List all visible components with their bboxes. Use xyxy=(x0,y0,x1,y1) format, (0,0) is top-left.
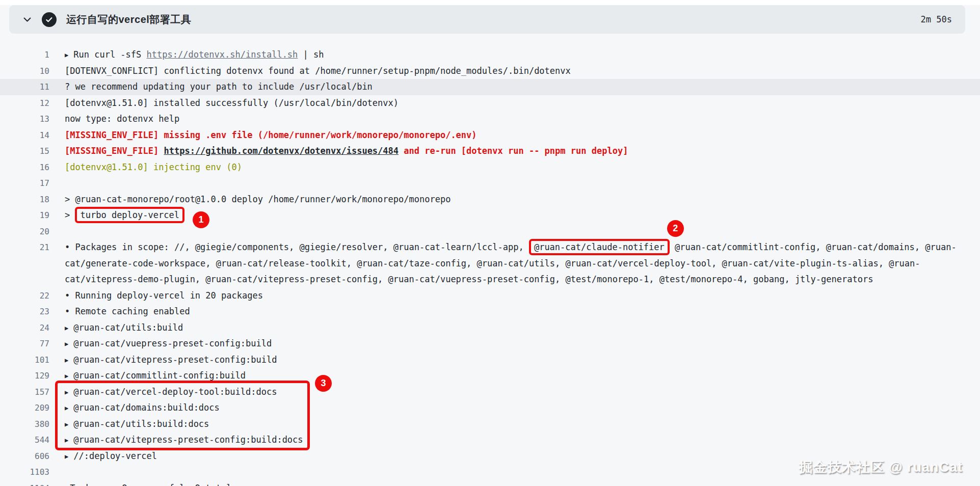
log-text: | sh xyxy=(298,49,324,60)
expand-arrow-icon: ▶ xyxy=(65,320,68,337)
log-area: 1▶Run curl -sfS https://dotenvx.sh/insta… xyxy=(0,47,980,486)
expand-arrow-icon: ▶ xyxy=(65,417,68,433)
log-line: cat/vitepress-demo-plugin, @ruan-cat/vit… xyxy=(65,272,873,288)
line-number[interactable]: 1 xyxy=(0,47,49,63)
log-text: [MISSING_ENV_FILE] missing .env file (/h… xyxy=(65,130,477,140)
line-number[interactable]: 209 xyxy=(0,400,49,416)
log-text: @ruan-cat/utils:build:docs xyxy=(73,419,209,429)
log-line: Tasks: 9 successful, 9 total xyxy=(65,480,232,486)
log-text: Run curl -sfS xyxy=(73,49,146,60)
log-row: 18> @ruan-cat-monorepo/root@1.0.0 deploy… xyxy=(0,192,980,208)
log-row: 16[dotenvx@1.51.0] injecting env (0) xyxy=(0,159,980,176)
line-number[interactable]: 101 xyxy=(0,352,49,368)
log-row: 129▶@ruan-cat/commitlint-config:build xyxy=(0,368,980,384)
log-row: 20 xyxy=(0,224,980,240)
log-row: 13now type: dotenvx help xyxy=(0,111,980,127)
line-number[interactable]: 11 xyxy=(0,79,49,95)
log-line: ▶@ruan-cat/vuepress-preset-config:build xyxy=(65,336,272,353)
log-text: @ruan-cat/commitlint-config, @ruan-cat/d… xyxy=(670,242,957,252)
page-top-strip xyxy=(0,0,980,5)
line-number[interactable]: 77 xyxy=(0,336,49,352)
line-number[interactable]: 10 xyxy=(0,63,49,79)
line-number[interactable]: 544 xyxy=(0,432,49,448)
expand-arrow-icon: ▶ xyxy=(65,400,68,417)
expand-arrow-icon: ▶ xyxy=(65,433,68,449)
log-row: 544▶@ruan-cat/vitepress-preset-config:bu… xyxy=(0,432,980,448)
line-number[interactable]: 20 xyxy=(0,224,49,240)
log-row: 10[DOTENVX_CONFLICT] conflicting dotenvx… xyxy=(0,63,980,79)
log-link[interactable]: https://dotenvx.sh/install.sh xyxy=(147,49,298,60)
log-line: [DOTENVX_CONFLICT] conflicting dotenvx f… xyxy=(65,63,571,79)
line-number[interactable]: 21 xyxy=(0,239,49,256)
line-number[interactable]: 13 xyxy=(0,111,49,127)
log-text: now type: dotenvx help xyxy=(65,114,179,124)
line-number[interactable]: 380 xyxy=(0,416,49,433)
log-row: 12[dotenvx@1.51.0] installed successfull… xyxy=(0,95,980,112)
line-number[interactable]: 17 xyxy=(0,175,49,192)
log-row: 23• Remote caching enabled xyxy=(0,304,980,320)
log-text: > xyxy=(65,210,75,220)
log-row: 1▶Run curl -sfS https://dotenvx.sh/insta… xyxy=(0,47,980,63)
log-line: ▶@ruan-cat/commitlint-config:build xyxy=(65,368,246,385)
log-line: • Packages in scope: //, @giegie/compone… xyxy=(65,239,957,256)
step-header[interactable]: 运行自写的vercel部署工具 2m 50s xyxy=(9,5,965,34)
log-text: cat/vitepress-demo-plugin, @ruan-cat/vit… xyxy=(65,274,873,284)
log-row: cat/generate-code-workspace, @ruan-cat/r… xyxy=(0,256,980,272)
expand-arrow-icon: ▶ xyxy=(65,353,68,369)
log-line: cat/generate-code-workspace, @ruan-cat/r… xyxy=(65,256,920,272)
line-number[interactable]: 1104 xyxy=(0,480,49,486)
log-row: 22• Running deploy-vercel in 20 packages xyxy=(0,288,980,304)
log-line: ? we recommend updating your path to inc… xyxy=(65,79,373,95)
step-duration: 2m 50s xyxy=(921,14,952,24)
log-row: 11? we recommend updating your path to i… xyxy=(0,79,980,95)
log-text: and re-run [dotenvx run -- pnpm run depl… xyxy=(399,146,628,156)
line-number[interactable]: 606 xyxy=(0,448,49,465)
log-link[interactable]: https://github.com/dotenvx/dotenvx/issue… xyxy=(164,146,399,156)
log-text: //:deploy-vercel xyxy=(73,451,157,461)
line-number[interactable]: 22 xyxy=(0,288,49,304)
line-number[interactable]: 1103 xyxy=(0,464,49,480)
log-text: [DOTENVX_CONFLICT] conflicting dotenvx f… xyxy=(65,66,571,76)
line-number[interactable]: 15 xyxy=(0,143,49,159)
log-line: ▶//:deploy-vercel xyxy=(65,448,157,466)
step-title: 运行自写的vercel部署工具 xyxy=(66,13,191,26)
log-text: • Running deploy-vercel in 20 packages xyxy=(65,290,263,301)
line-number[interactable]: 129 xyxy=(0,368,49,384)
log-row: cat/vitepress-demo-plugin, @ruan-cat/vit… xyxy=(0,272,980,288)
line-number[interactable]: 18 xyxy=(0,192,49,208)
chevron-down-icon[interactable] xyxy=(22,15,32,24)
log-row: 21• Packages in scope: //, @giegie/compo… xyxy=(0,239,980,256)
line-number[interactable]: 19 xyxy=(0,207,49,224)
log-line: ▶@ruan-cat/vercel-deploy-tool:build:docs xyxy=(65,384,277,401)
expand-arrow-icon: ▶ xyxy=(65,449,68,465)
line-number[interactable]: 157 xyxy=(0,384,49,400)
log-text: @ruan-cat/vitepress-preset-config:build xyxy=(73,355,277,365)
log-row: 24▶@ruan-cat/utils:build xyxy=(0,320,980,336)
log-row: 209▶@ruan-cat/domains:build:docs xyxy=(0,400,980,416)
annotation-box-2: @ruan-cat/claude-notifier2 xyxy=(529,239,670,255)
line-number[interactable]: 16 xyxy=(0,159,49,176)
log-row: 15[MISSING_ENV_FILE] https://github.com/… xyxy=(0,143,980,159)
expand-arrow-icon: ▶ xyxy=(65,47,68,64)
log-row: 19> turbo deploy-vercel1 xyxy=(0,207,980,224)
log-line: ▶@ruan-cat/domains:build:docs xyxy=(65,400,220,417)
log-line: ▶Run curl -sfS https://dotenvx.sh/instal… xyxy=(65,47,324,64)
log-line: ▶@ruan-cat/utils:build xyxy=(65,320,183,337)
line-number[interactable]: 14 xyxy=(0,127,49,144)
log-line: ▶@ruan-cat/vitepress-preset-config:build xyxy=(65,352,277,369)
log-row: 1104 Tasks: 9 successful, 9 total xyxy=(0,480,980,486)
log-text: @ruan-cat/vuepress-preset-config:build xyxy=(73,338,272,348)
log-line: [dotenvx@1.51.0] installed successfully … xyxy=(65,95,399,112)
log-text: cat/generate-code-workspace, @ruan-cat/r… xyxy=(65,258,920,268)
log-line: ▶@ruan-cat/vitepress-preset-config:build… xyxy=(65,432,303,449)
annotation-box-1: turbo deploy-vercel xyxy=(75,207,184,223)
check-circle-icon xyxy=(42,12,57,27)
expand-arrow-icon: ▶ xyxy=(65,385,68,401)
expand-arrow-icon: ▶ xyxy=(65,336,68,353)
line-number[interactable]: 12 xyxy=(0,95,49,112)
log-text: [dotenvx@1.51.0] installed successfully … xyxy=(65,98,399,108)
line-number[interactable]: 24 xyxy=(0,320,49,336)
log-line: • Remote caching enabled xyxy=(65,304,190,320)
log-text: @ruan-cat/domains:build:docs xyxy=(73,402,220,413)
line-number[interactable]: 23 xyxy=(0,304,49,320)
